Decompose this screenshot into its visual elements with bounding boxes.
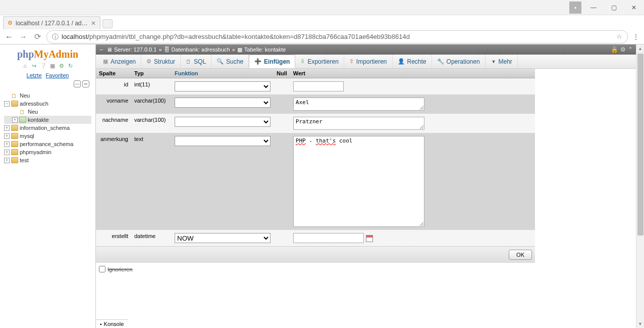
table-row: nachnamevarchar(100)Pratzner <box>96 114 535 133</box>
value-textarea[interactable]: Pratzner <box>293 117 424 130</box>
url-input[interactable]: ⓘ localhost/phpmyadmin/tbl_change.php?db… <box>46 30 628 43</box>
cell-spalte: id <box>96 78 131 95</box>
expand-icon[interactable]: + <box>4 150 10 155</box>
db-tree: 🗋Neu −adressbuch 🗋Neu +kontakte +informa… <box>2 89 93 166</box>
breadcrumb: ← 🖥 Server: 127.0.0.1 » 🗄 Datenbank: adr… <box>96 44 636 55</box>
cell-wert: PHP - that's cool <box>290 133 535 230</box>
address-bar: ← → ⟳ ⓘ localhost/phpmyadmin/tbl_change.… <box>0 29 644 44</box>
tree-adressbuch[interactable]: −adressbuch <box>4 100 91 108</box>
new-tab-button[interactable] <box>102 19 113 28</box>
phpmyadmin-logo[interactable]: phpMyAdmin <box>2 46 93 61</box>
breadcrumb-db[interactable]: Datenbank: adressbuch <box>172 46 230 53</box>
maximize-button[interactable]: ▢ <box>604 1 624 15</box>
collapse-icon[interactable]: — <box>74 80 81 87</box>
tab-struktur[interactable]: ⚙Struktur <box>141 55 181 68</box>
function-select[interactable] <box>175 117 271 127</box>
tree-test[interactable]: +test <box>4 156 91 164</box>
docs-icon[interactable]: ❔ <box>40 62 47 69</box>
breadcrumb-table[interactable]: Tabelle: kontakte <box>244 46 286 53</box>
table-header-row: Spalte Typ Funktion Null Wert <box>96 69 535 78</box>
bookmark-icon[interactable]: ☆ <box>616 33 622 40</box>
collapse-left-icon[interactable]: ← <box>99 46 104 53</box>
tree-mysql[interactable]: +mysql <box>4 132 91 140</box>
col-funktion: Funktion <box>172 69 274 78</box>
sql-icon[interactable]: ▦ <box>49 62 56 69</box>
reload-icon[interactable]: ↻ <box>67 62 74 69</box>
function-select[interactable] <box>175 136 271 146</box>
cell-typ: varchar(100) <box>131 95 172 114</box>
function-select[interactable] <box>175 81 271 91</box>
sidebar-mini-icons: ⌂ ↪ ❔ ▦ ⚙ ↻ <box>2 62 93 69</box>
reload-button[interactable]: ⟳ <box>32 32 42 41</box>
close-icon[interactable]: ✕ <box>91 20 96 27</box>
col-null: Null <box>274 69 290 78</box>
cell-null <box>274 230 290 246</box>
tab-mehr[interactable]: ▼Mehr <box>486 55 518 68</box>
back-button[interactable]: ← <box>4 32 14 41</box>
function-select[interactable]: NOW <box>175 233 271 243</box>
col-spalte: Spalte <box>96 69 131 78</box>
cell-funktion <box>172 114 274 133</box>
scroll-down-button[interactable]: ▼ <box>636 320 644 328</box>
collapse-icon[interactable]: − <box>4 101 10 107</box>
tab-operationen[interactable]: 🔧Operationen <box>432 55 486 68</box>
expand-icon[interactable]: + <box>4 125 10 131</box>
tab-importieren[interactable]: ⇧Importieren <box>344 55 393 68</box>
vertical-scrollbar[interactable]: ▲ ▼ <box>636 44 644 328</box>
expand-icon[interactable]: + <box>4 158 10 163</box>
value-textarea[interactable]: Axel <box>293 98 424 111</box>
cell-funktion <box>172 95 274 114</box>
breadcrumb-server[interactable]: Server: 127.0.0.1 <box>114 46 156 53</box>
tree-phpmyadmin[interactable]: +phpmyadmin <box>4 148 91 156</box>
tab-rechte[interactable]: 👤Rechte <box>393 55 432 68</box>
ignore-row: Ignorieren <box>96 263 636 275</box>
expand-icon[interactable]: + <box>4 133 10 139</box>
tree-kontakte[interactable]: +kontakte <box>4 116 91 124</box>
logout-icon[interactable]: ↪ <box>31 62 38 69</box>
tab-sql[interactable]: 🗒SQL <box>181 55 211 68</box>
tab-einfuegen[interactable]: ➕Einfügen <box>249 55 295 68</box>
gear-icon[interactable]: ⚙ <box>620 46 626 53</box>
ignore-checkbox[interactable] <box>99 266 105 272</box>
value-input[interactable] <box>293 233 364 243</box>
settings-icon[interactable]: ⚙ <box>58 62 65 69</box>
minimize-button[interactable]: — <box>583 1 604 15</box>
import-icon: ⇧ <box>349 58 354 65</box>
calendar-icon[interactable] <box>366 235 373 242</box>
browse-icon: ▦ <box>103 58 108 65</box>
info-icon[interactable]: ⓘ <box>52 32 59 41</box>
forward-button[interactable]: → <box>18 32 28 41</box>
tree-new[interactable]: 🗋Neu <box>4 91 91 100</box>
scroll-thumb[interactable] <box>637 54 643 236</box>
value-textarea[interactable]: PHP - that's cool <box>293 136 424 227</box>
tree-performance-schema[interactable]: +performance_schema <box>4 140 91 148</box>
window-titlebar: ▪ — ▢ ✕ <box>0 0 644 15</box>
tree-information-schema[interactable]: +information_schema <box>4 124 91 132</box>
link-icon[interactable]: ∞ <box>82 80 89 87</box>
expand-icon[interactable]: + <box>12 117 18 123</box>
recent-tab[interactable]: Letzte <box>27 72 42 78</box>
tab-anzeigen[interactable]: ▦Anzeigen <box>98 55 141 68</box>
col-typ: Typ <box>131 69 172 78</box>
ok-button[interactable]: OK <box>509 250 532 260</box>
cell-funktion <box>172 133 274 230</box>
lock-icon[interactable]: 🔒 <box>611 46 618 53</box>
browser-menu-button[interactable]: ⋮ <box>632 33 640 41</box>
tab-title: localhost / 127.0.0.1 / ad… <box>16 20 88 27</box>
table-row: vornamevarchar(100)Axel <box>96 95 535 114</box>
chevron-up-icon[interactable]: ⌃ <box>628 46 633 53</box>
browser-tab[interactable]: ⚙ localhost / 127.0.0.1 / ad… ✕ <box>3 16 100 29</box>
sql-icon: 🗒 <box>186 59 191 65</box>
value-input[interactable] <box>293 81 344 91</box>
tree-adressbuch-new[interactable]: 🗋Neu <box>4 108 91 116</box>
favorites-tab[interactable]: Favoriten <box>46 72 69 78</box>
tab-suche[interactable]: 🔍Suche <box>211 55 249 68</box>
scroll-up-button[interactable]: ▲ <box>636 44 644 53</box>
expand-icon[interactable]: + <box>4 142 10 147</box>
close-window-button[interactable]: ✕ <box>624 1 644 15</box>
cell-typ: varchar(100) <box>131 114 172 133</box>
konsole-toggle[interactable]: ▪ Konsole <box>96 319 128 328</box>
home-icon[interactable]: ⌂ <box>22 62 29 69</box>
tab-exportieren[interactable]: ⇩Exportieren <box>295 55 344 68</box>
function-select[interactable] <box>175 98 271 108</box>
